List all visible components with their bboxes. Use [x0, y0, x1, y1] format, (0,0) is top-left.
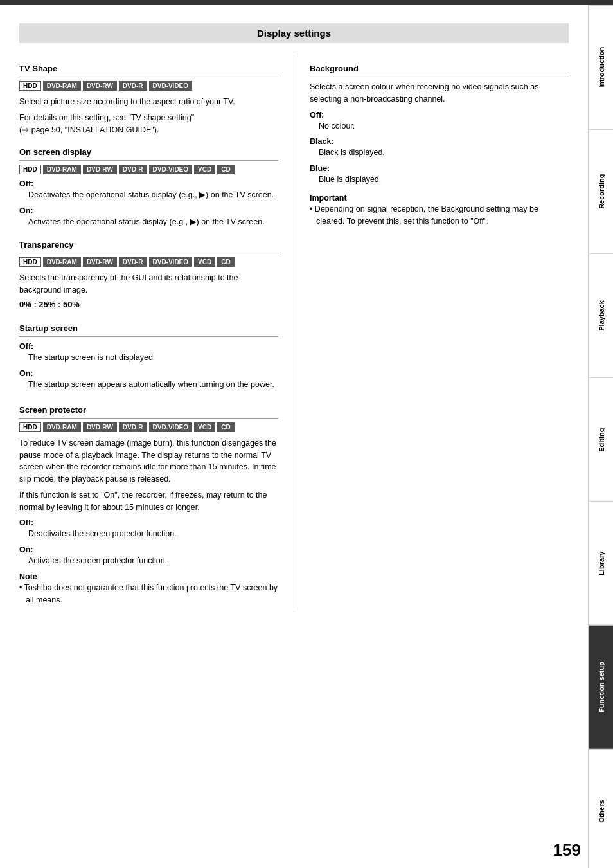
screen-protector-p1: To reduce TV screen damage (image burn),… — [19, 437, 278, 485]
badge-dvd-rw-2: DVD-RW — [83, 165, 117, 174]
badge-cd-2: CD — [217, 165, 234, 174]
right-column: Background Selects a screen colour when … — [294, 55, 569, 608]
badge-cd-3: CD — [217, 257, 234, 267]
badge-dvd-r-4: DVD-R — [119, 422, 147, 432]
transparency-title: Transparency — [19, 240, 278, 249]
bg-off-label: Off: — [310, 111, 569, 120]
badge-dvd-ram-4: DVD-RAM — [43, 422, 81, 432]
transparency-values: 0% : 25% : 50% — [19, 300, 278, 309]
page-number: 159 — [553, 840, 581, 860]
sp-off-def: Deactivates the screen protector functio… — [19, 528, 278, 540]
badge-cd-4: CD — [217, 422, 234, 432]
startup-off-label: Off: — [19, 342, 278, 351]
sidebar-tab-editing[interactable]: Editing — [589, 377, 613, 502]
on-def-1: Activates the operational status display… — [19, 216, 278, 228]
important-item: • Depending on signal reception, the Bac… — [310, 203, 569, 228]
bg-black-def: Black is displayed. — [310, 147, 569, 159]
sp-on-label: On: — [19, 545, 278, 554]
bg-black-label: Black: — [310, 137, 569, 146]
sidebar-tab-others[interactable]: Others — [589, 749, 613, 868]
left-column: TV Shape HDD DVD-RAM DVD-RW DVD-R DVD-VI… — [19, 55, 294, 608]
screen-protector-p2: If this function is set to "On", the rec… — [19, 489, 278, 514]
sp-off-label: Off: — [19, 518, 278, 527]
transparency-p1: Selects the transparency of the GUI and … — [19, 272, 278, 296]
badge-dvd-rw-3: DVD-RW — [83, 257, 117, 267]
bg-off-def: No colour. — [310, 120, 569, 132]
off-def-1: Deactivates the operational status displ… — [19, 189, 278, 201]
transparency-badges: HDD DVD-RAM DVD-RW DVD-R DVD-VIDEO VCD C… — [19, 257, 278, 267]
sidebar-tab-function-setup[interactable]: Function setup — [589, 625, 613, 749]
badge-dvd-r-2: DVD-R — [119, 165, 147, 174]
background-title: Background — [310, 64, 569, 73]
badge-dvd-rw-4: DVD-RW — [83, 422, 117, 432]
right-sidebar: Introduction Recording Playback Editing … — [589, 5, 613, 868]
badge-dvd-video-4: DVD-VIDEO — [149, 422, 193, 432]
sidebar-tab-introduction[interactable]: Introduction — [589, 5, 613, 129]
badge-vcd-4: VCD — [194, 422, 215, 432]
bg-blue-def: Blue is displayed. — [310, 174, 569, 186]
sidebar-tab-playback[interactable]: Playback — [589, 253, 613, 377]
on-label-1: On: — [19, 206, 278, 215]
bg-blue-label: Blue: — [310, 164, 569, 173]
background-p1: Selects a screen colour when receiving n… — [310, 81, 569, 105]
badge-hdd-2: HDD — [19, 165, 41, 174]
on-screen-display-title: On screen display — [19, 147, 278, 157]
important-label: Important — [310, 194, 569, 203]
badge-dvd-video-2: DVD-VIDEO — [149, 165, 193, 174]
on-screen-badges: HDD DVD-RAM DVD-RW DVD-R DVD-VIDEO VCD C… — [19, 165, 278, 174]
startup-on-label: On: — [19, 369, 278, 378]
badge-dvd-r: DVD-R — [119, 81, 147, 91]
startup-off-def: The startup screen is not displayed. — [19, 352, 278, 364]
top-bar — [0, 0, 613, 5]
badge-dvd-video: DVD-VIDEO — [149, 81, 193, 91]
sp-note-item: • Toshiba does not guarantee that this f… — [19, 582, 278, 606]
important-section: Important • Depending on signal receptio… — [310, 194, 569, 228]
sp-on-def: Activates the screen protector function. — [19, 555, 278, 567]
tv-shape-title: TV Shape — [19, 64, 278, 73]
badge-vcd-3: VCD — [194, 257, 215, 267]
badge-hdd: HDD — [19, 81, 41, 91]
badge-dvd-ram-3: DVD-RAM — [43, 257, 81, 267]
tv-shape-p1: Select a picture size according to the a… — [19, 96, 278, 108]
tv-shape-badges: HDD DVD-RAM DVD-RW DVD-R DVD-VIDEO — [19, 81, 278, 91]
badge-vcd-2: VCD — [194, 165, 215, 174]
sidebar-tab-recording[interactable]: Recording — [589, 129, 613, 253]
screen-protector-badges: HDD DVD-RAM DVD-RW DVD-R DVD-VIDEO VCD C… — [19, 422, 278, 432]
startup-screen-title: Startup screen — [19, 323, 278, 333]
startup-on-def: The startup screen appears automatically… — [19, 379, 278, 391]
badge-dvd-rw: DVD-RW — [83, 81, 117, 91]
badge-dvd-r-3: DVD-R — [119, 257, 147, 267]
screen-protector-title: Screen protector — [19, 405, 278, 415]
sp-note-label: Note — [19, 572, 278, 581]
sidebar-tab-library[interactable]: Library — [589, 501, 613, 625]
page-title: Display settings — [19, 23, 569, 43]
off-label-1: Off: — [19, 179, 278, 188]
badge-hdd-3: HDD — [19, 257, 41, 267]
badge-dvd-video-3: DVD-VIDEO — [149, 257, 193, 267]
main-content: Display settings TV Shape HDD DVD-RAM DV… — [0, 5, 589, 868]
badge-dvd-ram-2: DVD-RAM — [43, 165, 81, 174]
badge-hdd-4: HDD — [19, 422, 41, 432]
badge-dvd-ram: DVD-RAM — [43, 81, 81, 91]
tv-shape-p2: For details on this setting, see "TV sha… — [19, 112, 278, 136]
